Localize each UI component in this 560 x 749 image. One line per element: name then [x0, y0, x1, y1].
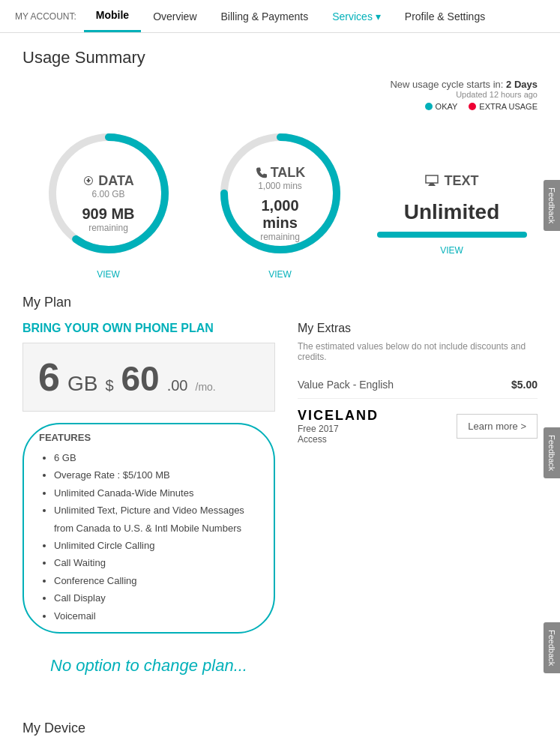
talk-remaining-label: remaining — [243, 231, 318, 241]
feature-item: 6 GB — [54, 449, 259, 466]
feedback-tab-2[interactable]: Feedback — [544, 427, 560, 478]
my-plan-title: My Plan — [22, 295, 538, 310]
legend: OKAY EXTRA USAGE — [22, 102, 538, 111]
feature-item: Overage Rate : $5/100 MB — [54, 466, 259, 484]
talk-remaining: 1,000 mins — [243, 196, 318, 231]
feature-item: Unlimited Text, Picture and Video Messag… — [54, 502, 259, 537]
data-total: 6.00 GB — [82, 189, 134, 199]
plan-section: BRING YOUR OWN PHONE PLAN 6 GB $ 60 .00 … — [22, 322, 538, 698]
tab-services[interactable]: Services ▾ — [320, 1, 393, 31]
value-pack-name: Value Pack - English — [298, 379, 394, 391]
extra-dot — [469, 103, 476, 110]
usage-title: Usage Summary — [22, 48, 538, 67]
features-title: FEATURES — [39, 432, 259, 443]
plan-name: BRING YOUR OWN PHONE PLAN — [22, 322, 275, 335]
tab-profile[interactable]: Profile & Settings — [393, 1, 497, 31]
plan-price-cents: .00 — [167, 377, 188, 394]
value-pack-row: Value Pack - English $5.00 — [298, 371, 538, 399]
cycle-info: New usage cycle starts in: 2 Days — [22, 79, 538, 90]
feature-item: Voicemail — [54, 607, 259, 625]
usage-circles: DATA 6.00 GB 909 MB remaining VIEW — [22, 126, 538, 280]
feature-item: Unlimited Circle Calling — [54, 537, 259, 554]
updated-label: Updated 12 hours ago — [22, 90, 538, 99]
plan-gb-label: GB — [67, 372, 97, 396]
tab-mobile[interactable]: Mobile — [84, 0, 141, 32]
data-remaining: 909 MB — [82, 205, 134, 223]
tab-billing[interactable]: Billing & Payments — [209, 1, 321, 31]
feature-item: Conference Calling — [54, 572, 259, 589]
plan-price-box: 6 GB $ 60 .00 /mo. — [22, 343, 275, 412]
data-remaining-label: remaining — [82, 223, 134, 233]
my-extras: My Extras The estimated values below do … — [298, 322, 538, 698]
data-circle: DATA 6.00 GB 909 MB remaining VIEW — [34, 126, 184, 280]
features-list: 6 GBOverage Rate : $5/100 MBUnlimited Ca… — [39, 449, 259, 625]
data-type-label: DATA — [82, 173, 134, 189]
plan-gb: 6 — [38, 355, 60, 400]
plan-details: BRING YOUR OWN PHONE PLAN 6 GB $ 60 .00 … — [22, 322, 275, 698]
value-pack-price: $5.00 — [511, 379, 538, 391]
legend-extra: EXTRA USAGE — [469, 102, 538, 111]
text-value: Unlimited — [377, 200, 527, 224]
text-view-link[interactable]: VIEW — [377, 245, 527, 256]
no-option-text: No option to change plan... — [22, 656, 275, 676]
feature-item: Unlimited Canada-Wide Minutes — [54, 484, 259, 502]
feedback-tab-1[interactable]: Feedback — [544, 180, 560, 231]
text-type-label: TEXT — [444, 173, 478, 189]
usage-summary-section: Usage Summary New usage cycle starts in:… — [22, 48, 538, 280]
talk-view-link[interactable]: VIEW — [205, 269, 355, 280]
legend-okay: OKAY — [425, 102, 458, 111]
device-section: My Device iPhone X is extremely popular,… — [22, 721, 538, 749]
talk-circle: TALK 1,000 mins 1,000 mins remaining VIE… — [205, 126, 355, 280]
viceland-row: VICELAND Free 2017 Access Learn more > — [298, 399, 538, 454]
feature-item: Call Display — [54, 589, 259, 607]
top-nav: MY ACCOUNT: Mobile Overview Billing & Pa… — [0, 0, 560, 33]
viceland-logo: VICELAND Free 2017 Access — [298, 408, 379, 445]
talk-type-label: TALK — [243, 164, 318, 180]
device-title: My Device — [22, 721, 538, 736]
tab-overview[interactable]: Overview — [141, 1, 208, 31]
learn-more-button[interactable]: Learn more > — [457, 414, 538, 439]
plan-price-symbol: $ — [105, 377, 113, 394]
data-view-link[interactable]: VIEW — [34, 269, 184, 280]
talk-total: 1,000 mins — [243, 180, 318, 190]
feature-item: Call Waiting — [54, 554, 259, 571]
extras-note: The estimated values below do not includ… — [298, 341, 538, 362]
features-box: FEATURES 6 GBOverage Rate : $5/100 MBUnl… — [22, 423, 275, 634]
text-circle: TEXT Unlimited VIEW — [377, 151, 527, 256]
main-content: Usage Summary New usage cycle starts in:… — [0, 33, 560, 749]
okay-dot — [425, 103, 433, 110]
account-label: MY ACCOUNT: — [7, 2, 84, 31]
plan-price-mo: /mo. — [196, 381, 216, 393]
text-bar — [377, 232, 527, 238]
plan-price-value: 60 — [121, 358, 160, 399]
extras-title: My Extras — [298, 322, 538, 335]
feedback-tab-3[interactable]: Feedback — [544, 622, 560, 673]
